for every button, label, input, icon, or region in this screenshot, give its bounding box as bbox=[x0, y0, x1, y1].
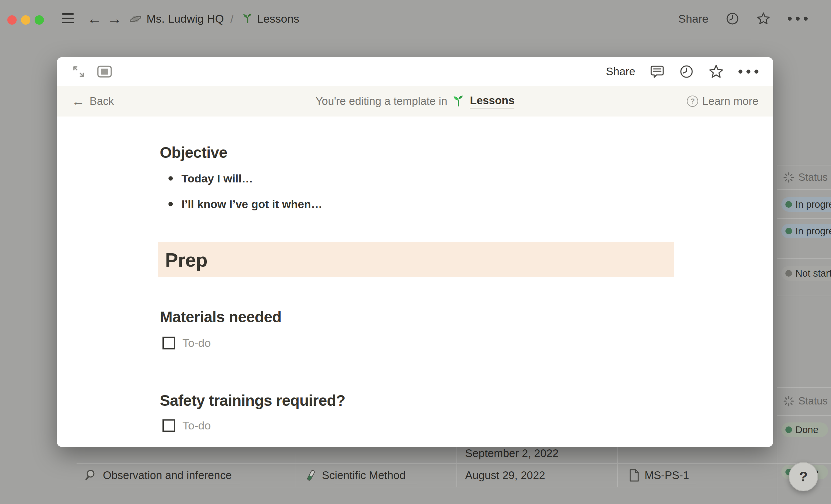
row-divider bbox=[777, 189, 831, 190]
title-underline bbox=[335, 484, 417, 484]
comment-icon[interactable] bbox=[650, 64, 664, 79]
row-divider bbox=[777, 415, 831, 416]
modal-toolbar: Share bbox=[57, 57, 773, 86]
prep-heading-block[interactable]: Prep bbox=[158, 242, 674, 277]
table-cell-subject[interactable]: Scientific Method bbox=[305, 469, 405, 482]
template-page-content: Objective Today I will… I’ll know I’ve g… bbox=[57, 117, 773, 447]
clock-icon[interactable] bbox=[726, 12, 739, 25]
template-banner: ← Back You're editing a template in Less… bbox=[57, 86, 773, 117]
status-spinner-icon bbox=[783, 395, 794, 407]
status-dot bbox=[785, 426, 792, 433]
status-dot bbox=[785, 228, 792, 234]
clock-icon[interactable] bbox=[679, 64, 694, 79]
banner-message: You're editing a template in Lessons bbox=[316, 94, 515, 109]
minimize-window-button[interactable] bbox=[21, 15, 30, 25]
todo-item[interactable]: To-do bbox=[163, 336, 211, 350]
table-cell-standard[interactable]: MS-PS-1 bbox=[629, 469, 689, 482]
status-badge[interactable]: In progress bbox=[781, 224, 831, 238]
back-button[interactable]: ← Back bbox=[71, 94, 316, 108]
todo-item[interactable]: To-do bbox=[163, 419, 211, 432]
test-tube-icon bbox=[305, 469, 317, 482]
row-divider bbox=[77, 487, 831, 487]
close-window-button[interactable] bbox=[7, 15, 17, 25]
back-arrow-icon: ← bbox=[71, 94, 85, 108]
status-badge[interactable]: Not started bbox=[781, 266, 831, 280]
back-label: Back bbox=[90, 95, 114, 108]
checkbox[interactable] bbox=[163, 419, 175, 432]
title-underline bbox=[646, 484, 696, 484]
star-icon[interactable] bbox=[756, 12, 770, 26]
bulleted-list-item[interactable]: I’ll know I’ve got it when… bbox=[169, 198, 322, 211]
status-column-header[interactable]: Status bbox=[783, 395, 828, 407]
page-icon bbox=[629, 469, 640, 482]
row-divider bbox=[777, 296, 831, 296]
banner-message-text: You're editing a template in bbox=[316, 95, 448, 108]
prep-heading: Prep bbox=[165, 249, 207, 271]
bullet-icon bbox=[169, 202, 173, 206]
window-titlebar: ← → Ms. Ludwig HQ / Lessons Share bbox=[0, 0, 831, 31]
more-icon[interactable] bbox=[788, 17, 808, 21]
bulleted-list-item[interactable]: Today I will… bbox=[169, 172, 253, 185]
column-divider bbox=[777, 387, 777, 504]
column-divider bbox=[296, 443, 296, 487]
forward-arrow-icon[interactable]: → bbox=[107, 11, 122, 26]
expand-icon[interactable] bbox=[71, 65, 86, 79]
title-underline bbox=[102, 484, 240, 484]
status-dot bbox=[785, 201, 792, 208]
row-divider bbox=[777, 258, 831, 259]
more-icon[interactable] bbox=[739, 69, 758, 73]
learn-more-button[interactable]: ? Learn more bbox=[687, 95, 758, 108]
help-button[interactable]: ? bbox=[789, 462, 818, 491]
saturn-icon bbox=[129, 13, 142, 25]
table-cell-date-partial[interactable]: September 2, 2022 bbox=[465, 447, 558, 460]
modal-share-button[interactable]: Share bbox=[606, 65, 635, 78]
materials-heading[interactable]: Materials needed bbox=[160, 308, 281, 326]
back-arrow-icon[interactable]: ← bbox=[87, 11, 102, 26]
row-divider bbox=[777, 165, 831, 166]
sprout-icon bbox=[452, 94, 465, 108]
breadcrumb-page[interactable]: Lessons bbox=[257, 12, 299, 25]
column-divider bbox=[456, 443, 457, 487]
titlebar-actions: Share bbox=[678, 12, 808, 26]
breadcrumb-workspace[interactable]: Ms. Ludwig HQ bbox=[146, 12, 224, 25]
objective-heading[interactable]: Objective bbox=[160, 144, 227, 161]
menu-icon[interactable] bbox=[62, 13, 74, 23]
titlebar-share-button[interactable]: Share bbox=[678, 12, 709, 25]
safety-heading[interactable]: Safety trainings required? bbox=[160, 391, 345, 410]
row-divider bbox=[777, 218, 831, 219]
app-window: ← → Ms. Ludwig HQ / Lessons Share bbox=[0, 0, 831, 504]
table-cell-date[interactable]: August 29, 2022 bbox=[465, 469, 545, 482]
zoom-window-button[interactable] bbox=[35, 15, 44, 25]
row-divider bbox=[777, 387, 831, 388]
status-column-header[interactable]: Status bbox=[783, 172, 828, 183]
banner-template-page-link[interactable]: Lessons bbox=[470, 94, 514, 109]
learn-more-label: Learn more bbox=[702, 95, 758, 108]
status-badge[interactable]: Done bbox=[781, 422, 828, 437]
status-dot bbox=[785, 270, 792, 277]
column-divider bbox=[777, 165, 777, 296]
column-divider bbox=[617, 443, 618, 487]
star-icon[interactable] bbox=[709, 64, 724, 79]
row-divider bbox=[77, 463, 831, 464]
table-cell-lesson-title[interactable]: Observation and inference bbox=[85, 469, 232, 482]
status-badge[interactable]: In progress bbox=[781, 197, 831, 212]
magnifier-icon bbox=[85, 469, 98, 482]
bullet-icon bbox=[169, 176, 173, 181]
breadcrumb-separator: / bbox=[230, 12, 233, 25]
template-editor-modal: Share ← Back You're editing a template i… bbox=[57, 57, 773, 447]
sprout-icon bbox=[242, 13, 254, 25]
question-circle-icon: ? bbox=[687, 95, 698, 107]
side-peek-icon[interactable] bbox=[97, 65, 112, 78]
checkbox[interactable] bbox=[163, 336, 175, 349]
status-spinner-icon bbox=[783, 172, 794, 183]
